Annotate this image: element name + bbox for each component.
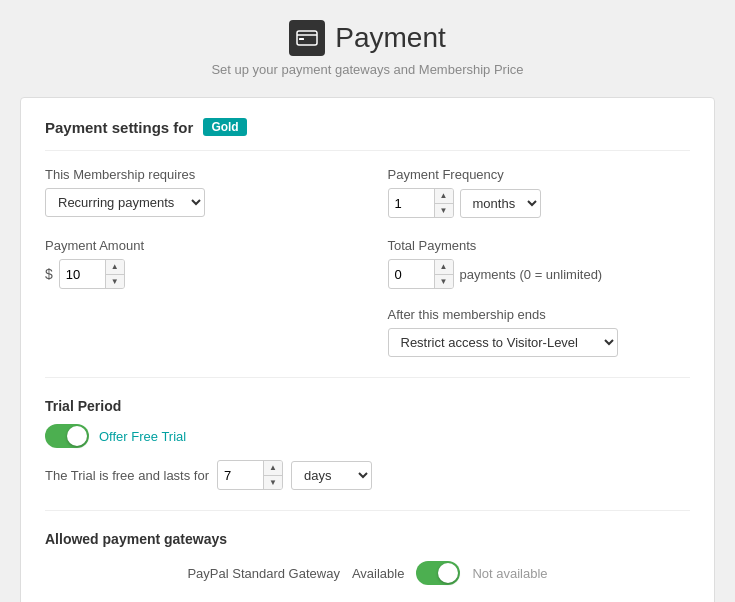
gateway-name: PayPal Standard Gateway	[187, 566, 339, 581]
trial-number-input[interactable]	[218, 464, 263, 487]
trial-unit-select[interactable]: days weeks months	[291, 461, 372, 490]
frequency-spin-up[interactable]: ▲	[435, 189, 453, 203]
frequency-number-input-wrap: ▲ ▼	[388, 188, 454, 218]
total-payments-group: Total Payments ▲ ▼ payments (0 = unlimit…	[388, 238, 691, 357]
amount-spin-up[interactable]: ▲	[106, 260, 124, 274]
payment-amount-row: $ ▲ ▼	[45, 259, 348, 289]
page-wrapper: Payment Set up your payment gateways and…	[20, 20, 715, 602]
after-membership-label: After this membership ends	[388, 307, 691, 322]
payment-frequency-label: Payment Frequency	[388, 167, 691, 182]
frequency-spinners: ▲ ▼	[434, 189, 453, 217]
trial-toggle-label: Offer Free Trial	[99, 429, 186, 444]
total-spin-up[interactable]: ▲	[435, 260, 453, 274]
after-membership-group: After this membership ends Restrict acce…	[388, 307, 691, 357]
total-payments-spinners: ▲ ▼	[434, 260, 453, 288]
trial-spin-down[interactable]: ▼	[264, 475, 282, 489]
frequency-number-input[interactable]	[389, 192, 434, 215]
membership-requires-row: Recurring payments One-time payment Free	[45, 188, 348, 217]
total-payments-row: ▲ ▼ payments (0 = unlimited)	[388, 259, 691, 289]
gateways-section: Allowed payment gateways PayPal Standard…	[45, 531, 690, 585]
frequency-spin-down[interactable]: ▼	[435, 203, 453, 217]
payment-icon	[289, 20, 325, 56]
total-spin-down[interactable]: ▼	[435, 274, 453, 288]
gateway-not-available-label: Not available	[472, 566, 547, 581]
membership-requires-group: This Membership requires Recurring payme…	[45, 167, 348, 218]
currency-symbol: $	[45, 266, 53, 282]
page-subtitle: Set up your payment gateways and Members…	[20, 62, 715, 77]
payment-settings-card: Payment settings for Gold This Membershi…	[20, 97, 715, 602]
gateway-available-label: Available	[352, 566, 405, 581]
payment-frequency-row: ▲ ▼ days weeks months years	[388, 188, 691, 218]
amount-spinners: ▲ ▼	[105, 260, 124, 288]
amount-spin-down[interactable]: ▼	[106, 274, 124, 288]
trial-number-wrap: ▲ ▼	[217, 460, 283, 490]
form-grid: This Membership requires Recurring payme…	[45, 167, 690, 357]
trial-period-section: Trial Period Offer Free Trial The Trial …	[45, 398, 690, 490]
trial-divider	[45, 377, 690, 378]
amount-input-wrap: ▲ ▼	[59, 259, 125, 289]
trial-spin-up[interactable]: ▲	[264, 461, 282, 475]
trial-period-title: Trial Period	[45, 398, 690, 414]
trial-spinners: ▲ ▼	[263, 461, 282, 489]
membership-requires-select[interactable]: Recurring payments One-time payment Free	[45, 188, 205, 217]
amount-input[interactable]	[60, 263, 105, 286]
trial-text: The Trial is free and lasts for	[45, 468, 209, 483]
total-payments-input-wrap: ▲ ▼	[388, 259, 454, 289]
payment-amount-group: Payment Amount $ ▲ ▼	[45, 238, 348, 357]
after-membership-select[interactable]: Restrict access to Visitor-Level Cancel …	[388, 328, 618, 357]
frequency-unit-select[interactable]: days weeks months years	[460, 189, 541, 218]
total-payments-label: Total Payments	[388, 238, 691, 253]
trial-duration-row: The Trial is free and lasts for ▲ ▼ days…	[45, 460, 690, 490]
trial-toggle-row: Offer Free Trial	[45, 424, 690, 448]
gateways-title: Allowed payment gateways	[45, 531, 690, 547]
page-header: Payment Set up your payment gateways and…	[20, 20, 715, 77]
card-title-row: Payment settings for Gold	[45, 118, 690, 151]
payments-suffix: payments (0 = unlimited)	[460, 267, 603, 282]
gateway-toggle[interactable]	[416, 561, 460, 585]
page-title: Payment	[20, 20, 715, 56]
membership-badge: Gold	[203, 118, 246, 136]
gateway-divider	[45, 510, 690, 511]
trial-toggle[interactable]	[45, 424, 89, 448]
svg-rect-2	[299, 38, 304, 40]
gateway-row: PayPal Standard Gateway Available Not av…	[45, 561, 690, 585]
total-payments-input[interactable]	[389, 263, 434, 286]
payment-amount-label: Payment Amount	[45, 238, 348, 253]
payment-frequency-group: Payment Frequency ▲ ▼ days weeks months …	[388, 167, 691, 218]
membership-requires-label: This Membership requires	[45, 167, 348, 182]
card-title: Payment settings for	[45, 119, 193, 136]
